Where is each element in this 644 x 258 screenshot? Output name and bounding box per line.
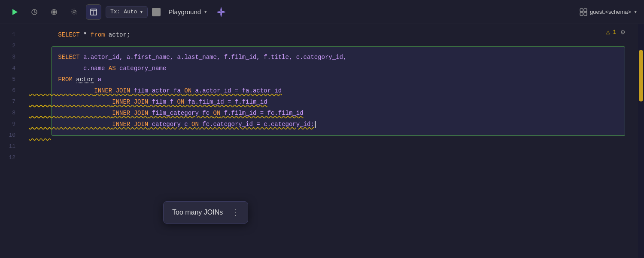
schema-label: guest.<schema> bbox=[590, 9, 631, 15]
toolbar-left: Tx: Auto ▾ Playground ▾ bbox=[7, 4, 574, 20]
line-num-8: 8 bbox=[0, 108, 19, 119]
code-line-12 bbox=[26, 152, 638, 163]
line-num-9: 9 bbox=[0, 119, 19, 130]
svg-rect-10 bbox=[580, 12, 583, 15]
code-line-9: INNER JOIN category c ON fc.category_id … bbox=[26, 119, 638, 130]
record-button[interactable] bbox=[46, 4, 62, 20]
svg-rect-5 bbox=[91, 9, 97, 15]
line-numbers: 1 2 3 4 5 6 7 8 9 10 11 12 bbox=[0, 24, 26, 258]
text-cursor bbox=[315, 121, 316, 128]
line-num-6: 6 bbox=[0, 85, 19, 96]
editor-area: 1 2 3 4 5 6 7 8 9 10 11 12 ⚠ 1 ⚙ SELECT … bbox=[0, 24, 644, 258]
tx-chevron: ▾ bbox=[140, 9, 143, 15]
toolbar: Tx: Auto ▾ Playground ▾ guest.<sc bbox=[0, 0, 644, 24]
history-button[interactable] bbox=[27, 4, 42, 20]
line-num-7: 7 bbox=[0, 96, 19, 108]
svg-marker-0 bbox=[12, 9, 18, 15]
code-line-1: SELECT * from actor; bbox=[26, 29, 638, 40]
playground-dropdown[interactable]: Playground ▾ bbox=[165, 6, 211, 18]
tx-label: Tx: Auto bbox=[110, 9, 137, 15]
layout-button[interactable] bbox=[86, 4, 101, 20]
tx-dropdown[interactable]: Tx: Auto ▾ bbox=[106, 6, 148, 18]
playground-chevron: ▾ bbox=[204, 8, 207, 16]
schema-dropdown[interactable]: guest.<schema> ▾ bbox=[580, 8, 637, 16]
code-area[interactable]: ⚠ 1 ⚙ SELECT * from actor; SELECT a.acto… bbox=[26, 24, 638, 258]
playground-label: Playground bbox=[168, 8, 201, 15]
hint-text: Too many JOINs bbox=[172, 209, 223, 216]
play-button[interactable] bbox=[7, 4, 22, 20]
svg-point-3 bbox=[53, 11, 55, 13]
svg-rect-8 bbox=[580, 9, 583, 12]
line-num-3: 3 bbox=[0, 52, 19, 63]
line-num-5: 5 bbox=[0, 74, 19, 85]
code-line-4: c.name AS category_name bbox=[26, 63, 638, 74]
svg-rect-9 bbox=[584, 9, 587, 12]
scrollbar-thumb[interactable] bbox=[639, 50, 643, 101]
line-num-11: 11 bbox=[0, 141, 19, 152]
code-line-11 bbox=[26, 141, 638, 152]
svg-point-4 bbox=[73, 11, 75, 13]
line-num-4: 4 bbox=[0, 63, 19, 74]
toolbar-right: guest.<schema> ▾ bbox=[580, 8, 637, 16]
line-num-10: 10 bbox=[0, 130, 19, 141]
schema-chevron: ▾ bbox=[634, 9, 637, 15]
settings-button[interactable] bbox=[66, 4, 82, 20]
hint-box: Too many JOINs ⋮ bbox=[163, 201, 248, 224]
hint-menu-button[interactable]: ⋮ bbox=[231, 208, 239, 217]
line-num-2: 2 bbox=[0, 40, 19, 52]
ai-icon[interactable] bbox=[215, 6, 227, 18]
line-num-1: 1 bbox=[0, 29, 19, 40]
stop-button[interactable] bbox=[152, 8, 161, 16]
svg-rect-11 bbox=[584, 12, 587, 15]
line-num-12: 12 bbox=[0, 152, 19, 163]
scrollbar-track bbox=[638, 24, 644, 258]
